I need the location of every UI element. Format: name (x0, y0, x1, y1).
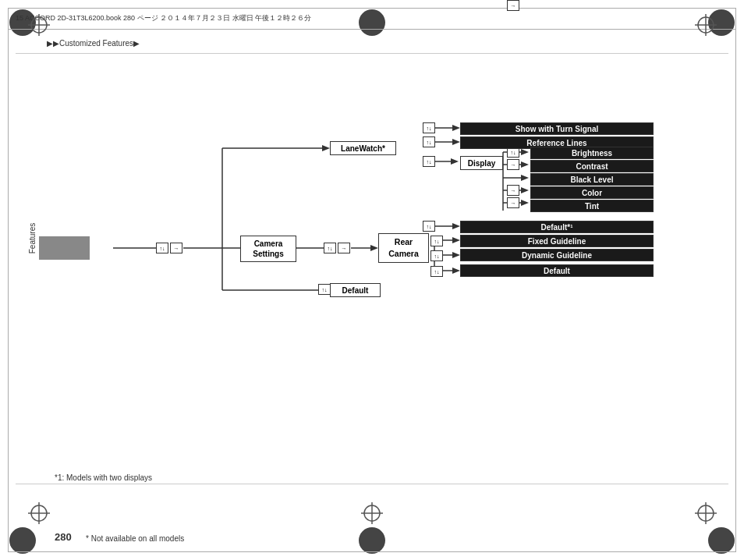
features-label: Features (28, 223, 37, 253)
default-main-node: Default (330, 283, 381, 297)
icon-box-cs-1: ↑↓ (156, 243, 168, 253)
rear-camera-node: RearCamera (378, 233, 429, 263)
show-with-turn-signal-node: Show with Turn Signal (460, 122, 654, 135)
footer-rule (16, 484, 728, 484)
icon-box-rc-1: ↑↓ (324, 243, 336, 253)
tint-node: Tint (530, 200, 654, 212)
lane-watch-node: LaneWatch* (330, 141, 396, 155)
icon-box-lw-3: ↑↓ (423, 156, 435, 167)
display-node: Display (460, 156, 503, 170)
footnote-text: *1: Models with two displays (55, 473, 152, 482)
icon-box-def: ↑↓ (318, 284, 331, 295)
icon-box-lw-2: ↑↓ (423, 136, 435, 147)
default-rear-camera-node: Default (460, 264, 654, 277)
breadcrumb-text: ▶▶Customized Features▶ (47, 39, 140, 48)
icon-box-rcs-3: ↑↓ (430, 266, 443, 277)
gray-rect (39, 236, 90, 260)
header-bar: 15 ACCORD 2D-31T3L6200.book 280 ページ ２０１４… (8, 8, 736, 30)
footnote: *1: Models with two displays (55, 473, 152, 482)
icon-box-rcs-1: ↑↓ (430, 236, 443, 246)
breadcrumb: ▶▶Customized Features▶ (47, 39, 140, 48)
header-text: 15 ACCORD 2D-31T3L6200.book 280 ページ ２０１４… (16, 13, 311, 23)
camera-settings-node: CameraSettings (240, 236, 296, 262)
header-rule (16, 53, 728, 54)
icon-box-lw-4: ↑↓ (423, 221, 435, 232)
icon-box-disp-3: → (507, 0, 519, 11)
color-node: Color (530, 186, 654, 199)
icon-box-cs-2: → (170, 243, 182, 253)
fixed-guideline-node: Fixed Guideline (460, 235, 654, 247)
brightness-node: Brightness (530, 147, 654, 159)
page-note: * Not available on all models (86, 534, 184, 543)
dynamic-guideline-node: Dynamic Guideline (460, 249, 654, 261)
icon-box-rc-2: → (338, 243, 350, 253)
default-display-node: Default*¹ (460, 221, 654, 233)
page-border (8, 8, 736, 552)
page-number: 280 (55, 531, 72, 543)
black-level-node: Black Level (530, 173, 654, 186)
contrast-node: Contrast (530, 160, 654, 172)
icon-box-disp-4: → (507, 185, 519, 196)
icon-box-disp-2: → (507, 159, 519, 170)
icon-box-lw-1: ↑↓ (423, 122, 435, 133)
icon-box-rcs-2: ↑↓ (430, 250, 443, 261)
icon-box-disp-5: → (507, 197, 519, 208)
